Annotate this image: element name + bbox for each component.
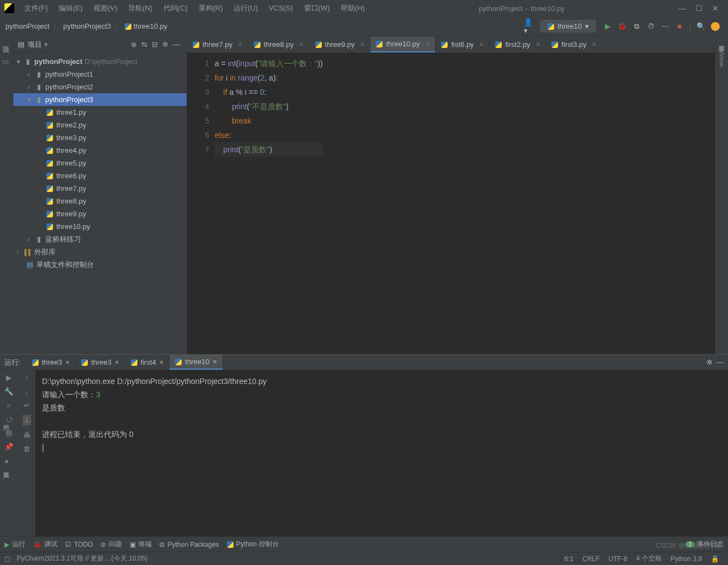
close-icon[interactable]: × (426, 40, 430, 48)
hide-icon[interactable]: — (716, 358, 724, 366)
sciview-tool[interactable]: SciView (719, 45, 725, 67)
favorites-tab[interactable]: ★ 收藏夹 (2, 458, 10, 467)
collapse-icon[interactable]: ⊟ (152, 40, 158, 49)
run-tab[interactable]: three3× (76, 355, 125, 370)
editor-tab[interactable]: first3.py× (546, 36, 602, 52)
menu-refactor[interactable]: 重构(R) (199, 4, 223, 12)
editor-tab[interactable]: three9.py× (310, 36, 371, 52)
window-icon[interactable]: ▢ (4, 555, 10, 563)
breadcrumb-root[interactable]: pythonProject (6, 22, 50, 30)
expand-all-icon[interactable]: ⇆ (141, 40, 147, 49)
tree-external-lib[interactable]: › ‖‖ 外部库 (13, 246, 187, 258)
close-icon[interactable]: × (212, 358, 217, 366)
wrap-icon[interactable]: ↵ (24, 401, 30, 409)
locate-icon[interactable]: ⊕ (131, 40, 137, 49)
run-tab[interactable]: three10× (169, 355, 223, 370)
tree-item[interactable]: ›▮pythonProject1 (13, 68, 187, 81)
menu-vcs[interactable]: VCS(S) (269, 4, 293, 12)
wrench-icon[interactable]: 🔧 (4, 387, 13, 396)
run-tab[interactable]: first4× (125, 355, 170, 370)
update-available-icon[interactable] (710, 22, 720, 31)
lock-icon[interactable]: 🔒 (711, 555, 719, 563)
editor-tab[interactable]: fist6.py× (435, 36, 490, 52)
line-ending[interactable]: CRLF (582, 555, 599, 563)
editor-tab[interactable]: first2.py× (490, 36, 546, 52)
gear-icon[interactable]: ✲ (162, 40, 168, 49)
rerun-icon[interactable]: ▶ (6, 374, 12, 382)
close-icon[interactable]: × (480, 40, 484, 49)
tool-terminal[interactable]: ▣终端 (130, 540, 152, 549)
menu-help[interactable]: 帮助(H) (341, 4, 365, 12)
close-icon[interactable]: × (238, 40, 242, 49)
tool-problems[interactable]: ⊘问题 (100, 540, 122, 549)
close-icon[interactable]: × (299, 40, 304, 49)
close-button[interactable]: ✕ (707, 4, 724, 13)
profile-button[interactable]: ⏱ (646, 22, 656, 31)
run-config-selector[interactable]: three10 ▾ (540, 20, 596, 33)
console-output[interactable]: D:\python\python.exe D:/pythonProject/py… (35, 370, 728, 536)
tree-item[interactable]: ›▮pythonProject2 (13, 81, 187, 93)
chevron-down-icon[interactable]: ▾ (44, 40, 48, 49)
close-icon[interactable]: × (592, 40, 597, 49)
coverage-button[interactable]: ⧉ (631, 22, 641, 31)
menu-view[interactable]: 视图(V) (93, 4, 117, 12)
trash-icon[interactable]: 🗑 (23, 445, 30, 453)
tree-item[interactable]: three6.py (13, 169, 187, 182)
tree-item[interactable]: three5.py (13, 157, 187, 169)
close-icon[interactable]: × (115, 358, 119, 366)
tree-item[interactable]: three2.py (13, 119, 187, 131)
indent-info[interactable]: 4 个空格 (636, 554, 662, 563)
tool-run[interactable]: ▶运行 (4, 540, 25, 549)
user-icon[interactable]: 👤▾ (524, 22, 534, 31)
menu-file[interactable]: 文件(F) (24, 4, 48, 12)
close-icon[interactable]: × (66, 358, 70, 366)
breadcrumb-dir[interactable]: pythonProject3 (63, 22, 111, 30)
menu-edit[interactable]: 编辑(E) (59, 4, 82, 12)
menu-code[interactable]: 代码(C) (163, 4, 188, 12)
close-icon[interactable]: × (360, 40, 365, 49)
pin-icon[interactable]: 📌 (4, 443, 13, 451)
menu-nav[interactable]: 导航(N) (128, 4, 152, 12)
stop-button[interactable]: ■ (674, 22, 684, 31)
status-message[interactable]: PyCharm2021.3.1可用 // 更新... (今天 10:05) (17, 554, 147, 563)
menu-window[interactable]: 窗口(W) (304, 4, 330, 12)
run-tab[interactable]: three3× (26, 355, 76, 370)
file-encoding[interactable]: UTF-8 (609, 555, 628, 563)
tool-debug[interactable]: 🐞调试 (33, 540, 57, 549)
minimize-button[interactable]: — (674, 4, 690, 13)
print-icon[interactable]: 🖶 (23, 431, 30, 439)
down-icon[interactable]: ↓ (25, 387, 29, 396)
close-icon[interactable]: × (160, 358, 164, 366)
structure-tool-icon[interactable]: ▭ (2, 57, 11, 66)
breadcrumb-file[interactable]: three10.py (134, 22, 167, 30)
project-tool-icon[interactable]: 项目 (2, 41, 11, 50)
tree-item[interactable]: three8.py (13, 195, 187, 207)
tree-item[interactable]: three7.py (13, 182, 187, 195)
tree-item[interactable]: three3.py (13, 131, 187, 144)
scroll-icon[interactable]: ⤓ (23, 415, 31, 425)
up-icon[interactable]: ↑ (25, 374, 29, 382)
restart-icon[interactable]: ⭯ (6, 415, 13, 423)
maximize-button[interactable]: ☐ (690, 4, 707, 13)
cursor-position[interactable]: 6:1 (565, 555, 574, 563)
tool-pyconsole[interactable]: Python 控制台 (227, 540, 279, 549)
tree-item[interactable]: three10.py (13, 220, 187, 233)
gear-icon[interactable]: ✲ (706, 358, 713, 366)
run-button[interactable]: ▶ (603, 22, 613, 31)
debug-button[interactable]: 🐞 (617, 22, 627, 31)
stop-icon[interactable]: ■ (7, 401, 11, 409)
editor-tab[interactable]: three8.py× (248, 36, 310, 52)
hide-icon[interactable]: — (173, 40, 180, 49)
tree-root[interactable]: ▾ ▮ pythonProject D:\pythonProject (13, 55, 187, 68)
more-run-icon[interactable]: ⋯ (660, 22, 670, 31)
tree-item[interactable]: three1.py (13, 106, 187, 119)
layout-icon[interactable]: ▤ (6, 429, 12, 437)
tree-item[interactable]: three9.py (13, 207, 187, 220)
tree-scratch[interactable]: ▤ 草稿文件和控制台 (13, 258, 187, 271)
tree-item[interactable]: ▾▮pythonProject3 (13, 93, 187, 106)
menu-run[interactable]: 运行(U) (233, 4, 258, 12)
tree-item[interactable]: three4.py (13, 144, 187, 157)
tree-item[interactable]: ›▮蓝桥杯练习 (13, 233, 187, 246)
tool-packages[interactable]: ⧉Python Packages (160, 541, 219, 548)
search-everywhere-icon[interactable]: 🔍 (696, 22, 706, 31)
